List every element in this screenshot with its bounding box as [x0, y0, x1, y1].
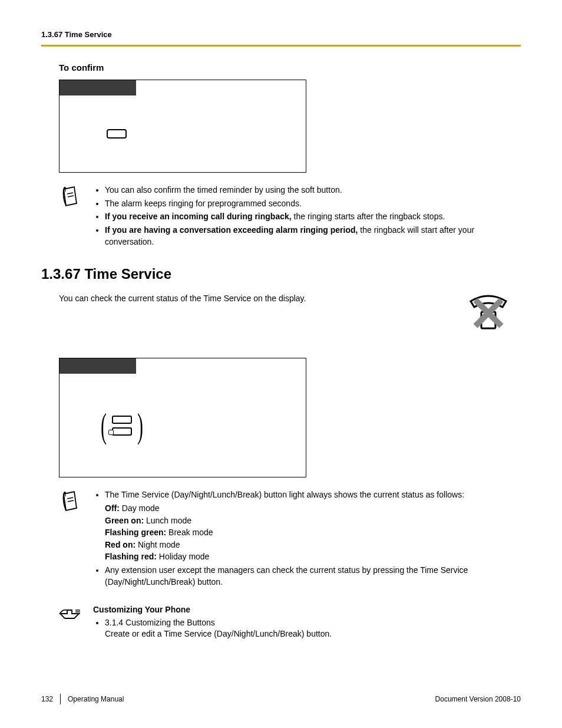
diagram-header-bar — [59, 358, 136, 374]
status-list: Off: Day mode Green on: Lunch mode Flash… — [105, 503, 521, 563]
page-number: 132 — [41, 694, 53, 704]
note-item: If you are having a conversation exceedi… — [105, 225, 521, 248]
intro-text: You can check the current status of the … — [59, 293, 306, 305]
diagram-header-bar — [59, 80, 136, 95]
diagram-body: ( ) — [59, 374, 306, 477]
status-label: Flashing green: — [105, 528, 166, 537]
status-value: Holiday mode — [157, 552, 210, 561]
status-value: Day mode — [120, 503, 160, 513]
status-label: Green on: — [105, 516, 144, 525]
note-lead: The Time Service (Day/Night/Lunch/Break)… — [105, 490, 464, 499]
document-version: Document Version 2008-10 — [435, 694, 521, 704]
note-block-1: You can also confirm the timed reminder … — [59, 185, 521, 249]
intro-row: You can check the current status of the … — [41, 293, 521, 338]
status-label: Red on: — [105, 540, 135, 549]
note-list: The Time Service (Day/Night/Lunch/Break)… — [93, 489, 521, 589]
customize-desc: Create or edit a Time Service (Day/Night… — [105, 629, 332, 638]
customize-content: Customizing Your Phone 3.1.4 Customizing… — [93, 604, 521, 640]
status-label: Flashing red: — [105, 552, 157, 561]
button-led-icon — [112, 427, 132, 436]
document-page: 1.3.67 Time Service To confirm You can a… — [0, 0, 562, 728]
customize-item: 3.1.4 Customizing the Buttons Create or … — [105, 617, 521, 640]
manual-name: Operating Manual — [68, 694, 124, 704]
right-paren-icon: ) — [137, 413, 143, 438]
note-item: The alarm keeps ringing for preprogramme… — [105, 198, 521, 210]
status-label: Off: — [105, 503, 120, 513]
subheading-confirm: To confirm — [59, 61, 521, 74]
status-value: Night mode — [135, 540, 180, 549]
footer-left: 132 Operating Manual — [41, 694, 124, 704]
note-item: If you receive an incoming call during r… — [105, 211, 521, 223]
phone-crossed-icon — [465, 293, 512, 338]
diagram-body — [59, 95, 306, 172]
diagram-confirm — [59, 80, 306, 173]
note-icon — [59, 489, 81, 589]
note-text: the ringing starts after the ringback st… — [292, 212, 445, 221]
hand-icon — [59, 604, 81, 640]
section-title: 1.3.67 Time Service — [41, 264, 521, 284]
button-group: ( ) — [98, 413, 146, 438]
button-icon — [112, 416, 132, 424]
footer-separator — [60, 694, 61, 704]
note-block-2: The Time Service (Day/Night/Lunch/Break)… — [59, 489, 521, 589]
note-icon — [59, 185, 81, 249]
diagram-time-service: ( ) — [59, 358, 306, 477]
note-bold: If you receive an incoming call during r… — [105, 212, 292, 221]
status-value: Lunch mode — [144, 516, 191, 525]
customize-ref: 3.1.4 Customizing the Buttons — [105, 618, 215, 627]
running-header: 1.3.67 Time Service — [41, 29, 521, 40]
header-rule — [41, 45, 521, 47]
page-footer: 132 Operating Manual Document Version 20… — [41, 694, 521, 704]
note-item: You can also confirm the timed reminder … — [105, 185, 521, 196]
note-list: You can also confirm the timed reminder … — [93, 185, 521, 249]
note-item: The Time Service (Day/Night/Lunch/Break)… — [105, 489, 521, 563]
customize-heading: Customizing Your Phone — [93, 605, 190, 614]
note-bold: If you are having a conversation exceedi… — [105, 225, 358, 235]
note-item: Any extension user except the managers c… — [105, 565, 521, 588]
button-icon — [107, 129, 127, 139]
button-stack — [112, 416, 132, 436]
status-value: Break mode — [166, 528, 213, 537]
customize-block: Customizing Your Phone 3.1.4 Customizing… — [59, 604, 521, 640]
left-paren-icon: ( — [101, 413, 107, 438]
